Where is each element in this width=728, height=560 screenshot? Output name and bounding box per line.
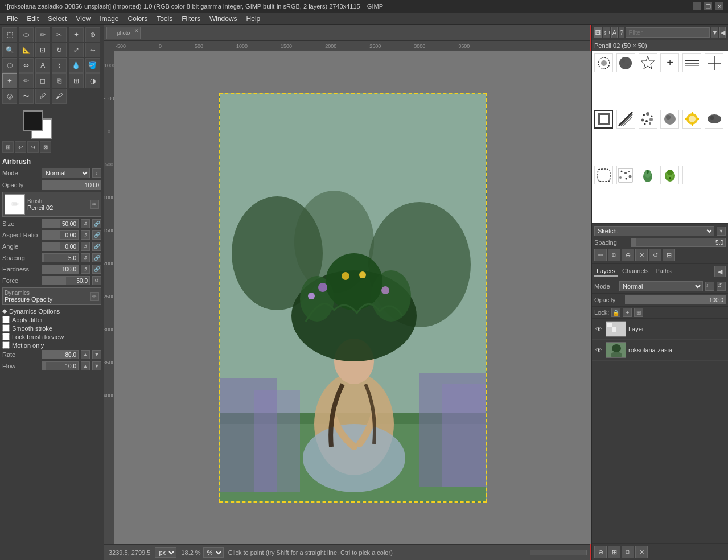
brushes-collapse-btn[interactable]: ◀ (719, 27, 726, 38)
status-scrollbar[interactable] (530, 550, 587, 555)
brush-spacing-slider[interactable]: 5.0 (631, 238, 726, 247)
brush-cell-12[interactable] (705, 110, 723, 129)
hardness-slider[interactable]: 100.0 (42, 265, 79, 274)
menu-item-colors[interactable]: Colors (124, 14, 153, 24)
mode-select[interactable]: Normal (42, 168, 90, 178)
zoom-select[interactable]: % (203, 547, 224, 558)
brush-cell-7[interactable] (594, 110, 613, 129)
brush-cell-4[interactable]: + (660, 53, 679, 72)
menu-item-image[interactable]: Image (95, 14, 123, 24)
aspect-reset-btn[interactable]: ↺ (81, 230, 90, 240)
brush-cell-9[interactable] (639, 110, 657, 129)
dynamics-row[interactable]: Dynamics Pressure Opacity ✏ (2, 287, 101, 305)
layers-mode-select[interactable]: Normal (619, 281, 703, 291)
brush-cell-1[interactable] (594, 53, 613, 72)
brush-export-btn[interactable]: ⊞ (663, 249, 675, 261)
brush-cell-8[interactable] (616, 110, 635, 129)
tool-extra-2[interactable]: ↩ (15, 141, 26, 153)
layers-mode-reset[interactable]: ↺ (717, 282, 726, 291)
size-slider[interactable]: 50.00 (42, 219, 79, 228)
brushes-tab-3[interactable]: A (611, 27, 618, 38)
brush-tag-select[interactable]: Sketch, (594, 226, 714, 236)
brush-cell-14[interactable] (616, 166, 635, 184)
lock-brush-checkbox[interactable] (2, 333, 10, 340)
brushes-tab-2[interactable]: 🏷 (603, 27, 610, 38)
brushes-help-btn[interactable]: ? (619, 27, 625, 38)
tool-fill[interactable]: 🪣 (85, 58, 100, 73)
flow-up-btn[interactable]: ▲ (81, 361, 90, 370)
brush-row[interactable]: ✏ Brush Pencil 02 ✏ (2, 192, 101, 217)
layer-eye-2[interactable]: 👁 (594, 345, 603, 355)
menu-item-tools[interactable]: Tools (152, 14, 177, 24)
tool-clone[interactable]: ⎘ (52, 73, 67, 88)
brush-delete-btn[interactable]: ✕ (635, 249, 648, 261)
hardness-link-btn[interactable]: 🔗 (92, 265, 101, 274)
layer-add-btn[interactable]: ⊕ (594, 546, 607, 558)
angle-reset-btn[interactable]: ↺ (81, 242, 90, 251)
brush-cell-10[interactable] (660, 110, 679, 129)
brush-cell-13[interactable] (594, 166, 613, 184)
menu-item-filters[interactable]: Filters (177, 14, 205, 24)
layer-group-btn[interactable]: ⊞ (608, 546, 620, 558)
brush-refresh-btn[interactable]: ↺ (649, 249, 661, 261)
spacing-link-btn[interactable]: 🔗 (92, 253, 101, 262)
tool-perspective[interactable]: ⬡ (2, 58, 17, 73)
spacing-slider[interactable]: 5.0 (42, 253, 79, 262)
maximize-button[interactable]: ❐ (704, 2, 712, 10)
brush-cell-6[interactable] (705, 53, 723, 72)
menu-item-windows[interactable]: Windows (205, 14, 242, 24)
brush-cell-3[interactable] (639, 53, 657, 72)
motion-only-checkbox[interactable] (2, 341, 10, 349)
layer-item-2[interactable]: 👁 roksolana-zasia (592, 340, 728, 361)
tool-fuzzy-select[interactable]: ✦ (69, 27, 84, 42)
brush-cell-blank-1[interactable] (682, 166, 701, 184)
unit-select[interactable]: px (155, 547, 176, 558)
dynamics-edit-btn[interactable]: ✏ (90, 292, 99, 301)
layers-lock-add[interactable]: + (623, 308, 632, 317)
brush-cell-2[interactable] (616, 53, 635, 72)
brush-cell-16[interactable] (660, 166, 679, 184)
tool-rotate[interactable]: ↻ (52, 43, 67, 57)
canvas-inner[interactable] (114, 51, 591, 544)
tool-paint[interactable]: 🖌 (52, 89, 67, 104)
hardness-reset-btn[interactable]: ↺ (81, 265, 90, 274)
brush-cell-5[interactable] (682, 53, 701, 72)
tool-text[interactable]: A (35, 58, 50, 73)
apply-jitter-checkbox[interactable] (2, 316, 10, 323)
brush-edit-btn[interactable]: ✏ (90, 200, 99, 209)
tool-flip[interactable]: ⇔ (19, 58, 34, 73)
tool-zoom[interactable]: 🔍 (2, 43, 17, 57)
aspect-slider[interactable]: 0.00 (42, 230, 79, 240)
layer-delete-btn[interactable]: ✕ (635, 546, 648, 558)
foreground-color[interactable] (23, 110, 43, 131)
rate-up-btn[interactable]: ▲ (81, 350, 90, 359)
rate-down-btn[interactable]: ▼ (92, 350, 101, 359)
tool-scissors[interactable]: ✂ (52, 27, 67, 42)
paths-tab[interactable]: Paths (653, 266, 674, 277)
tool-move[interactable]: ⊕ (85, 27, 100, 42)
layer-duplicate-btn[interactable]: ⧉ (622, 546, 634, 558)
brush-cell-15[interactable] (639, 166, 657, 184)
smooth-stroke-checkbox[interactable] (2, 324, 10, 332)
titlebar-controls[interactable]: – ❐ ✕ (693, 2, 723, 10)
channels-tab[interactable]: Channels (620, 266, 651, 277)
tool-dodge[interactable]: ◑ (85, 73, 100, 88)
tool-eraser[interactable]: ◻ (35, 73, 50, 88)
tool-extra-3[interactable]: ↪ (27, 141, 39, 153)
layers-tab[interactable]: Layers (594, 266, 618, 277)
tool-smudge[interactable]: 〜 (19, 89, 34, 104)
brush-tag-dropdown[interactable]: ▼ (717, 227, 726, 236)
tool-scale[interactable]: ⤢ (69, 43, 84, 57)
tool-extra-4[interactable]: ⊠ (40, 141, 51, 153)
tool-ellipse-select[interactable]: ⬭ (19, 27, 34, 42)
tool-path[interactable]: ⌇ (52, 58, 67, 73)
menu-item-view[interactable]: View (71, 14, 95, 24)
rate-slider[interactable]: 80.0 (42, 350, 79, 359)
minimize-button[interactable]: – (693, 2, 701, 10)
flow-down-btn[interactable]: ▼ (92, 361, 101, 370)
tool-free-select[interactable]: ✏ (35, 27, 50, 42)
menu-item-select[interactable]: Select (43, 14, 71, 24)
brush-edit-action-btn[interactable]: ✏ (594, 249, 607, 261)
layers-opacity-slider[interactable]: 100.0 (625, 295, 726, 304)
brush-cell-11[interactable] (682, 110, 701, 129)
